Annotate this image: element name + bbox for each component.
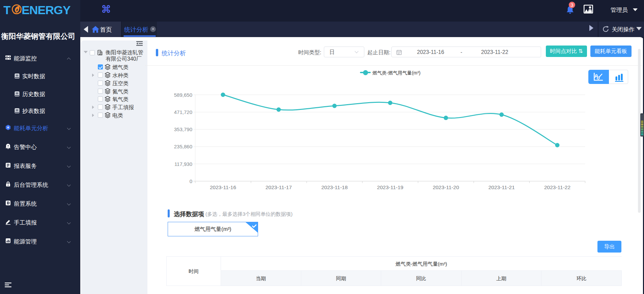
svg-text:235,860: 235,860 xyxy=(174,144,192,149)
svg-text:117,930: 117,930 xyxy=(174,161,192,167)
svg-text:2023-11-22: 2023-11-22 xyxy=(544,184,570,190)
svg-text:2023-11-18: 2023-11-18 xyxy=(321,184,347,190)
svg-text:2023-11-19: 2023-11-19 xyxy=(377,184,403,190)
svg-text:2023-11-17: 2023-11-17 xyxy=(265,184,292,190)
svg-text:2023-11-20: 2023-11-20 xyxy=(433,184,459,190)
svg-text:2023-11-16: 2023-11-16 xyxy=(210,184,236,190)
svg-text:589,650: 589,650 xyxy=(174,92,192,98)
svg-text:0: 0 xyxy=(190,178,192,184)
svg-text:471,720: 471,720 xyxy=(174,109,192,115)
svg-text:353,790: 353,790 xyxy=(174,126,192,132)
svg-text:2023-11-21: 2023-11-21 xyxy=(488,184,515,190)
